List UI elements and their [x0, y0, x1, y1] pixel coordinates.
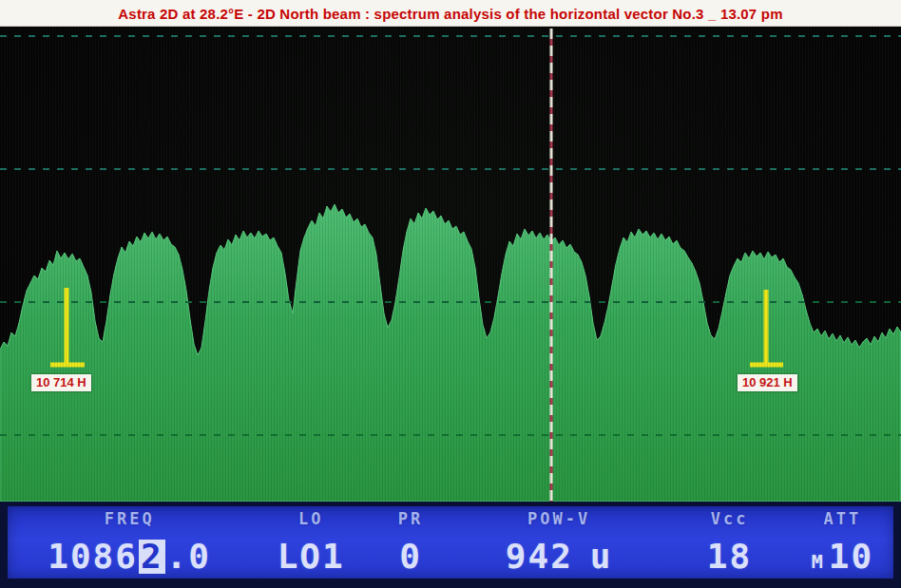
- spectrum-svg: [0, 27, 901, 502]
- att-value: M10: [812, 540, 873, 574]
- marker-label-right: 10 921 H: [738, 374, 797, 391]
- title-bar: Astra 2D at 28.2°E - 2D North beam : spe…: [0, 0, 901, 27]
- att-mode-prefix: M: [812, 552, 825, 571]
- readout-panel: FREQ 10862.0 LO LO1 PR 0 POW-V 942u Vcc …: [0, 502, 901, 588]
- field-pr: PR 0: [371, 506, 450, 579]
- freq-label: FREQ: [105, 509, 155, 528]
- spectrum-display: 10 714 H 10 921 H: [0, 27, 901, 502]
- att-number: 10: [829, 540, 873, 574]
- lo-value: LO1: [278, 540, 345, 574]
- pow-v-label: POW-V: [527, 509, 590, 528]
- field-vcc: Vcc 18: [667, 506, 791, 579]
- field-lo: LO LO1: [251, 506, 371, 579]
- marker-label-left: 10 714 H: [31, 374, 91, 391]
- field-att: ATT M10: [792, 506, 893, 579]
- vcc-value: 18: [707, 540, 752, 574]
- lo-label: LO: [298, 509, 323, 528]
- pr-label: PR: [398, 509, 423, 528]
- meter-screen: Astra 2D at 28.2°E - 2D North beam : spe…: [0, 0, 901, 588]
- pow-v-value: 942u: [506, 540, 613, 574]
- freq-digit-cursor: 2: [139, 540, 165, 574]
- pr-value: 0: [399, 540, 422, 574]
- att-label: ATT: [824, 509, 862, 528]
- page-title: Astra 2D at 28.2°E - 2D North beam : spe…: [118, 6, 782, 22]
- field-pow-v: POW-V 942u: [450, 506, 667, 579]
- vcc-label: Vcc: [711, 509, 749, 528]
- freq-value-post: .0: [166, 540, 211, 574]
- freq-value-pre: 1086: [48, 540, 138, 574]
- freq-value: 10862.0: [48, 540, 211, 574]
- readout-panel-inner: FREQ 10862.0 LO LO1 PR 0 POW-V 942u Vcc …: [8, 506, 893, 579]
- pow-v-number: 942: [506, 540, 573, 574]
- pow-v-unit: u: [590, 540, 613, 574]
- field-freq: FREQ 10862.0: [8, 506, 251, 579]
